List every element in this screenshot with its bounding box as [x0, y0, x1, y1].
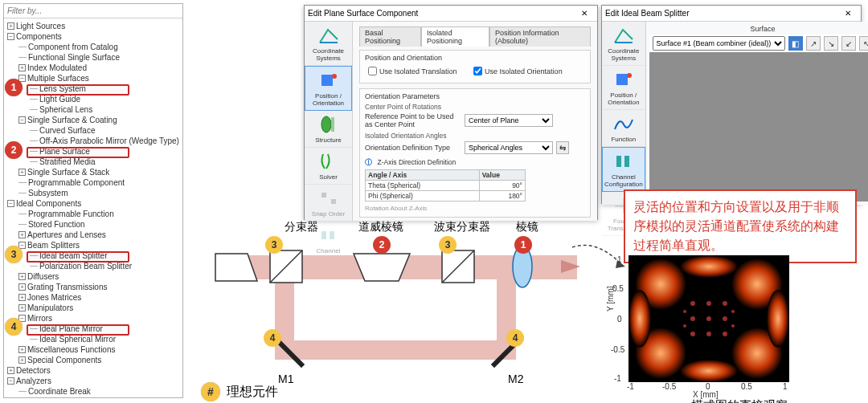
surface-select[interactable]: Surface #1 (Beam combiner (ideal))	[653, 36, 785, 51]
tree-node[interactable]: —Polarization Beam Splitter	[6, 260, 181, 271]
dialog-plane-surface: Edit Plane Surface Component ✕ Coordinat…	[304, 5, 598, 220]
tree-node[interactable]: +Single Surface & Stack	[6, 166, 181, 177]
sb-coord[interactable]: Coordinate Systems	[305, 22, 352, 66]
tree-node[interactable]: +Light Sources	[6, 20, 181, 31]
tab-posinfo[interactable]: Position Information (Absolute)	[489, 26, 591, 47]
expand-icon[interactable]: +	[18, 231, 26, 238]
sb-position[interactable]: Position / Orientation	[305, 66, 352, 111]
dbub-4a: 4	[264, 329, 281, 347]
tree-node[interactable]: —Curved Surface	[6, 124, 181, 135]
def-type-select[interactable]: Spherical Angles	[465, 141, 553, 154]
close-icon[interactable]: ✕	[838, 9, 858, 18]
tree-node[interactable]: +Jones Matrices	[6, 291, 181, 302]
expand-icon[interactable]: +	[18, 64, 26, 71]
tree-node[interactable]: —Lens System	[6, 83, 181, 93]
badge-2: 2	[5, 141, 23, 159]
tree-node[interactable]: −Ideal Components	[6, 197, 181, 208]
callout-text: 灵活的位置和方向设置以及用于非顺序模拟的灵活通道配置使系统的构建过程简单直观。	[633, 200, 839, 252]
tree-node[interactable]: —Spherical Lens	[6, 104, 181, 114]
tree-node[interactable]: +Diffusers	[6, 271, 181, 281]
tree-node[interactable]: —Subsystem	[6, 187, 181, 197]
badge-4: 4	[5, 318, 23, 336]
expand-icon[interactable]: −	[7, 377, 14, 385]
expand-icon[interactable]: +	[18, 283, 26, 291]
sb2-function[interactable]: Function	[602, 110, 645, 147]
tree-node[interactable]: —Coordinate Break	[6, 385, 181, 396]
sb2-coord[interactable]: Coordinate Systems	[602, 22, 645, 66]
tree-node[interactable]: +Grating Transmissions	[6, 281, 181, 291]
expand-icon[interactable]: +	[18, 294, 26, 301]
tree-node[interactable]: +Detectors	[6, 364, 181, 375]
svg-point-40	[690, 332, 695, 336]
tree-label: Analyzers	[16, 377, 51, 385]
btn-mode-1[interactable]: ◧	[788, 36, 803, 51]
tree-node[interactable]: —Ideal Beam Splitter	[6, 250, 181, 260]
tree-node[interactable]: —Camera Detector	[6, 396, 181, 398]
tree-node[interactable]: +Apertures and Lenses	[6, 229, 181, 239]
tree-node[interactable]: —Light Guide	[6, 93, 181, 104]
tab-basal[interactable]: Basal Positioning	[359, 26, 421, 47]
expand-icon[interactable]: −	[18, 116, 26, 124]
tree-node[interactable]: −Components	[6, 31, 181, 41]
btn-mode-4[interactable]: ↙	[841, 36, 856, 51]
expand-icon[interactable]: −	[7, 200, 14, 207]
sb2-position[interactable]: Position / Orientation	[602, 66, 645, 110]
tree-node[interactable]: +Manipulators	[6, 302, 181, 312]
btn-mode-2[interactable]: ↗	[806, 36, 821, 51]
sb-solver[interactable]: Solver	[305, 148, 352, 185]
tree-node[interactable]: —Ideal Spherical Mirror	[6, 333, 181, 344]
expand-icon[interactable]: +	[18, 346, 26, 353]
tree-node[interactable]: +Special Components	[6, 354, 181, 364]
chk-orientation[interactable]: Use Isolated Orientation	[470, 64, 563, 78]
def-type-label: Orientation Definition Type	[365, 144, 461, 152]
expand-icon[interactable]: +	[18, 304, 26, 311]
callout-box: 灵活的位置和方向设置以及用于非顺序模拟的灵活通道配置使系统的构建过程简单直观。	[624, 189, 857, 263]
sb2-channel[interactable]: Channel Configuration	[602, 147, 645, 192]
dlg1-sidebar: Coordinate Systems Position / Orientatio…	[305, 22, 353, 221]
svg-point-30	[680, 255, 738, 278]
dbub-2: 2	[373, 236, 391, 254]
tree-node[interactable]: —Stratified Media	[6, 156, 181, 166]
swap-icon[interactable]: ⇆	[556, 141, 569, 154]
expand-icon[interactable]: −	[7, 33, 14, 40]
close-icon[interactable]: ✕	[575, 9, 594, 18]
svg-point-44	[731, 310, 735, 313]
tree-node[interactable]: —Programmable Component	[6, 177, 181, 187]
tree-node[interactable]: −Analyzers	[6, 375, 181, 385]
tree-node[interactable]: —Component from Catalog	[6, 41, 181, 51]
tree-node[interactable]: −Single Surface & Coating	[6, 114, 181, 124]
tree-node[interactable]: —Programmable Function	[6, 208, 181, 218]
tree-label: Ideal Beam Splitter	[39, 251, 108, 260]
tree-label: Camera Detector	[28, 397, 89, 398]
tree-node[interactable]: —Plane Surface	[6, 145, 181, 156]
sb-structure[interactable]: Structure	[305, 111, 352, 148]
expand-icon[interactable]: +	[18, 169, 26, 176]
svg-point-33	[767, 290, 789, 348]
footer-ideal: # 理想元件	[201, 382, 278, 401]
tree-node[interactable]: +Index Modulated	[6, 62, 181, 72]
tree-node[interactable]: −Multiple Surfaces	[6, 72, 181, 83]
tree-node[interactable]: —Stored Function	[6, 218, 181, 229]
tree-label: Diffusers	[27, 272, 59, 281]
expand-icon[interactable]: +	[18, 356, 26, 364]
ref-point-select[interactable]: Center of Plane	[465, 114, 553, 127]
chk-translation[interactable]: Use Isolated Translation	[365, 64, 457, 78]
tree-label: Special Components	[27, 356, 101, 364]
tab-isolated[interactable]: Isolated Positioning	[421, 26, 489, 47]
btn-mode-5[interactable]: ↖	[859, 36, 868, 51]
badge-3: 3	[5, 246, 23, 263]
expand-icon[interactable]: +	[7, 367, 14, 374]
svg-point-1	[332, 74, 337, 79]
tree-node[interactable]: —Off-Axis Parabolic Mirror (Wedge Type)	[6, 135, 181, 145]
tree-node[interactable]: —Functional Single Surface	[6, 51, 181, 62]
tree-node[interactable]: —Ideal Plane Mirror	[6, 323, 181, 333]
expand-icon[interactable]: +	[18, 273, 26, 280]
tree-node[interactable]: −Mirrors	[6, 312, 181, 323]
svg-point-34	[690, 301, 695, 306]
expand-icon[interactable]: +	[7, 22, 14, 30]
tree-node[interactable]: −Beam Splitters	[6, 239, 181, 250]
btn-mode-3[interactable]: ↘	[824, 36, 838, 51]
tree-node[interactable]: +Miscellaneous Functions	[6, 344, 181, 354]
filter-input[interactable]	[4, 4, 182, 18]
svg-rect-6	[616, 74, 628, 85]
